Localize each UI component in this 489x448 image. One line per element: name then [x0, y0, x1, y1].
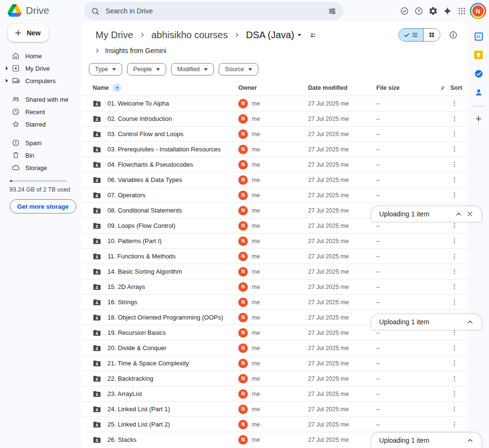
sidebar-item-computers[interactable]: Computers [0, 75, 81, 87]
table-row[interactable]: 07. Operators N me 27 Jul 2025 me – [81, 187, 468, 203]
more-options-button[interactable] [448, 97, 460, 110]
tune-icon[interactable] [328, 7, 337, 16]
get-more-storage-button[interactable]: Get more storage [10, 199, 76, 213]
tasks-icon[interactable] [471, 66, 486, 81]
account-avatar[interactable]: N [470, 3, 486, 19]
table-row[interactable]: 24. Linked List (Part 1) N me 27 Jul 202… [81, 401, 468, 416]
file-size: – [376, 100, 424, 107]
owner-avatar: N [238, 191, 248, 200]
sidebar-item-storage[interactable]: Storage [0, 161, 81, 174]
table-row[interactable]: 16. Strings N me 27 Jul 2025 me – [81, 294, 468, 309]
more-options-button[interactable] [448, 128, 460, 140]
filter-chip[interactable]: Type [89, 63, 122, 75]
search-input[interactable] [106, 7, 322, 15]
column-size-header[interactable]: File size [376, 85, 424, 91]
file-size: – [376, 406, 424, 413]
shared-folder-icon [93, 267, 101, 276]
more-options-button[interactable] [448, 189, 460, 202]
expand-caret-icon[interactable] [5, 66, 9, 70]
more-options-button[interactable] [448, 357, 460, 370]
table-row[interactable]: 03. Prerequisites - Installation Resourc… [81, 141, 468, 157]
table-row[interactable]: 10. Patterns (Part I) N me 27 Jul 2025 m… [81, 233, 468, 248]
upload-status-text: Uploading 1 item [379, 318, 464, 326]
chevron-up-icon[interactable] [453, 208, 464, 220]
filter-chip[interactable]: People [127, 63, 166, 75]
table-row[interactable]: 25. Linked List (Part 2) N me 27 Jul 202… [81, 416, 468, 432]
owner-label: me [252, 268, 260, 275]
sidebar-item-home[interactable]: Home [0, 50, 81, 62]
search-icon[interactable] [91, 7, 100, 16]
more-options-button[interactable] [448, 250, 460, 263]
close-icon[interactable] [464, 208, 476, 220]
table-row[interactable]: 11. Functions & Methods N me 27 Jul 2025… [81, 248, 468, 264]
table-row[interactable]: 06. Variables & Data Types N me 27 Jul 2… [81, 172, 468, 187]
table-row[interactable]: 03. Control Flow and Loops N me 27 Jul 2… [81, 126, 468, 141]
upload-toast: Uploading 1 item [372, 206, 481, 222]
more-options-button[interactable] [448, 296, 460, 309]
sidebar-item-my-drive[interactable]: My Drive [0, 62, 81, 75]
sidebar-item-shared-with-me[interactable]: Shared with me [0, 93, 81, 106]
folder-name: 14. Basic Sorting Algorithm [107, 268, 182, 275]
sidebar-item-starred[interactable]: Starred [0, 118, 81, 130]
drive-logo[interactable]: Drive [8, 4, 49, 17]
more-options-button[interactable] [448, 388, 460, 400]
table-row[interactable]: 14. Basic Sorting Algorithm N me 27 Jul … [81, 264, 468, 279]
table-row[interactable]: 20. Divide & Conquer N me 27 Jul 2025 me… [81, 340, 468, 355]
owner-label: me [252, 406, 260, 413]
more-options-button[interactable] [448, 174, 460, 186]
list-view-button[interactable] [399, 29, 423, 41]
more-options-button[interactable] [448, 235, 460, 247]
keep-icon[interactable] [471, 47, 486, 63]
table-row[interactable]: 02. Course Introduction N me 27 Jul 2025… [81, 111, 468, 126]
breadcrumb-courses[interactable]: abhisikho courses [149, 29, 231, 42]
breadcrumb-current-folder[interactable]: DSA (Java) [243, 29, 304, 42]
table-row[interactable]: 22. Backtracking N me 27 Jul 2025 me – [81, 371, 468, 386]
gemini-icon[interactable] [440, 4, 455, 18]
more-options-button[interactable] [448, 143, 460, 156]
table-row[interactable]: 15. 2D Arrays N me 27 Jul 2025 me – [81, 279, 468, 294]
sort-menu-button[interactable]: Sort [424, 85, 462, 92]
table-row[interactable]: 23. ArrayList N me 27 Jul 2025 me – [81, 386, 468, 401]
date-modified: 27 Jul 2025 me [308, 437, 376, 443]
sort-ascending-icon[interactable] [113, 84, 121, 92]
table-row[interactable]: 21. Time & Space Complexity N me 27 Jul … [81, 355, 468, 371]
new-button[interactable]: New [8, 24, 49, 42]
breadcrumb-my-drive[interactable]: My Drive [93, 29, 136, 42]
more-options-button[interactable] [448, 159, 460, 171]
get-add-ons-button[interactable]: + [471, 111, 486, 127]
chevron-up-icon[interactable] [464, 435, 476, 446]
insights-from-gemini[interactable]: Insights from Gemini [81, 44, 468, 56]
sidebar-item-recent[interactable]: Recent [0, 106, 81, 118]
details-info-icon[interactable] [446, 28, 460, 42]
more-options-button[interactable] [448, 281, 460, 293]
more-options-button[interactable] [448, 418, 460, 431]
filter-chip[interactable]: Source [219, 63, 258, 75]
column-name-header[interactable]: Name [93, 85, 109, 91]
column-modified-header[interactable]: Date modified [308, 85, 376, 91]
table-row[interactable]: 01. Welcome To Alpha N me 27 Jul 2025 me… [81, 96, 468, 111]
grid-view-button[interactable] [423, 29, 440, 41]
more-options-button[interactable] [448, 266, 460, 278]
settings-icon[interactable] [426, 4, 440, 18]
help-icon[interactable]: ? [412, 4, 426, 18]
search-bar[interactable] [84, 2, 343, 20]
chevron-up-icon[interactable] [464, 316, 476, 328]
more-options-button[interactable] [448, 403, 460, 416]
table-row[interactable]: 04. Flowcharts & Pseudocodes N me 27 Jul… [81, 157, 468, 172]
apps-grid-icon[interactable] [455, 4, 469, 18]
sidebar-item-bin[interactable]: Bin [0, 149, 81, 161]
contacts-icon[interactable] [471, 85, 486, 100]
column-owner-header[interactable]: Owner [238, 85, 308, 91]
upload-status-text: Uploading 1 item [379, 210, 453, 218]
expand-caret-icon[interactable] [5, 79, 9, 83]
more-options-button[interactable] [448, 342, 460, 354]
filter-chip[interactable]: Modified [171, 63, 214, 75]
date-modified: 27 Jul 2025 me [308, 391, 376, 397]
sidebar-item-spam[interactable]: Spam [0, 137, 81, 149]
calendar-icon[interactable]: 31 [471, 29, 486, 44]
folder-name: 15. 2D Arrays [107, 283, 145, 290]
more-options-button[interactable] [448, 113, 460, 125]
file-size: – [376, 131, 424, 138]
more-options-button[interactable] [448, 373, 460, 385]
offline-ready-icon[interactable] [397, 4, 412, 18]
